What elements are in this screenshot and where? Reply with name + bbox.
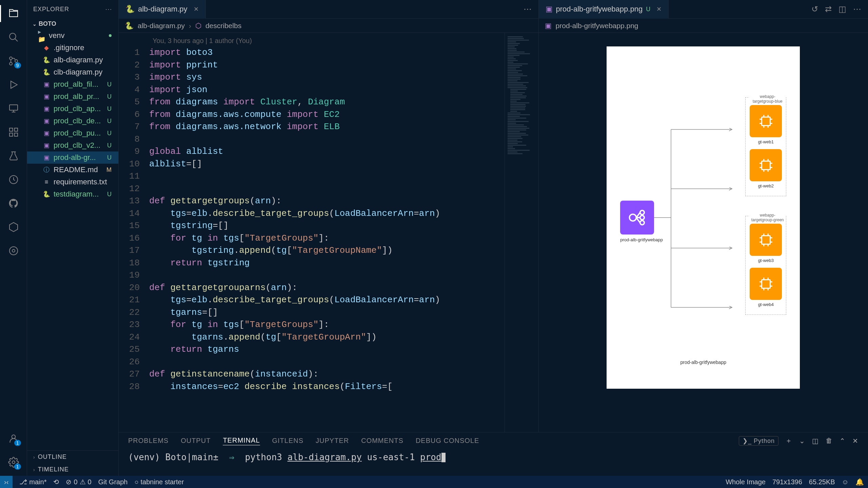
code-line[interactable]: 6from diagrams.aws.compute import EC2 [119,108,505,121]
code-line[interactable]: 15 tgstring=[] [119,220,505,232]
file-item[interactable]: 🐍 alb-diagram.py [27,54,118,66]
file-item[interactable]: ▣ prod_clb_ap... U [27,103,118,115]
extensions-icon[interactable] [7,125,20,139]
dropdown-icon[interactable]: ⌄ [799,437,805,445]
code-line[interactable]: 8 [119,133,505,146]
file-item[interactable]: ▣ prod_alb_fil... U [27,78,118,90]
outline-section[interactable]: › OUTLINE [27,451,118,463]
bell-icon[interactable]: 🔔 [855,478,864,486]
breadcrumb[interactable]: 🐍 alb-diagram.py › ⬡ describelbs [119,19,538,33]
file-item[interactable]: ▸ 📁 venv [27,29,118,42]
sync-icon[interactable] [7,173,20,186]
file-item[interactable]: 🐍 clb-diagram.py [27,66,118,78]
code-line[interactable]: 9global alblist [119,145,505,158]
gear-circle-icon[interactable] [7,244,20,258]
code-line[interactable]: 1import boto3 [119,46,505,59]
problems-indicator[interactable]: ⊘0 ⚠0 [66,478,91,486]
terminal-file: alb-diagram.py [288,452,362,462]
code-line[interactable]: 24 tgarns.append(tg["TargetGroupArn"]) [119,331,505,344]
account-icon[interactable]: 1 [7,432,20,445]
code-line[interactable]: 22 tgarns=[] [119,306,505,319]
file-item[interactable]: ▣ prod_clb_de... U [27,115,118,127]
github-icon[interactable] [7,197,20,210]
file-item[interactable]: 🐍 testdiagram... U [27,188,118,200]
code-line[interactable]: 21 tgs=elb.describe_target_groups(LoadBa… [119,294,505,306]
tab-alb-diagram[interactable]: 🐍 alb-diagram.py ✕ [119,0,206,19]
gitgraph-indicator[interactable]: Git Graph [98,478,128,486]
more-icon[interactable]: ⋯ [853,4,861,14]
testing-icon[interactable] [7,149,20,163]
code-line[interactable]: 10alblist=[] [119,158,505,170]
file-item[interactable]: ▣ prod_clb_v2... U [27,139,118,151]
hexagon-icon[interactable] [7,220,20,234]
code-area[interactable]: You, 3 hours ago | 1 author (You) 1impor… [119,33,538,432]
code-line[interactable]: 12 [119,183,505,195]
terminal-label[interactable]: ❯_ Python [739,436,778,446]
file-item[interactable]: ▣ prod_clb_pu... U [27,127,118,139]
close-icon[interactable]: ✕ [656,5,662,13]
sync-indicator[interactable]: ⟲ [53,478,59,486]
file-item[interactable]: ◆ .gitignore [27,42,118,54]
breadcrumb-image[interactable]: ▣ prod-alb-gritfywebapp.png [539,19,868,33]
close-icon[interactable]: ✕ [194,5,199,13]
branch-indicator[interactable]: ⎇ main* [19,478,46,486]
scm-icon[interactable]: 9 [7,54,20,68]
tab-comments[interactable]: COMMENTS [361,437,403,445]
code-line[interactable]: 11 [119,170,505,183]
file-item[interactable]: ▣ prod-alb-gr... U [27,151,118,164]
tab-output[interactable]: OUTPUT [181,437,211,445]
tabnine-indicator[interactable]: ○ tabnine starter [134,478,184,486]
sidebar-more-icon[interactable]: ⋯ [105,5,112,13]
code-line[interactable]: 20def gettargetgrouparns(arn): [119,282,505,294]
code-line[interactable]: 3import sys [119,71,505,84]
minimap[interactable] [505,33,538,432]
folder-root[interactable]: ⌄ BOTO [27,18,118,29]
tab-debug-console[interactable]: DEBUG CONSOLE [416,437,479,445]
split-icon[interactable]: ◫ [839,4,846,14]
tab-gitlens[interactable]: GITLENS [272,437,304,445]
debug-icon[interactable] [7,78,20,92]
code-line[interactable]: 4import json [119,84,505,96]
history-icon[interactable]: ↺ [811,4,818,14]
whole-image[interactable]: Whole Image [726,478,766,486]
trash-icon[interactable]: 🗑 [826,437,833,445]
remote-icon[interactable] [7,102,20,115]
diff-icon[interactable]: ⇄ [825,4,832,14]
tab-problems[interactable]: PROBLEMS [128,437,169,445]
code-line[interactable]: 5from diagrams import Cluster, Diagram [119,96,505,108]
tab-preview[interactable]: ▣ prod-alb-gritfywebapp.png U ✕ [539,0,669,19]
search-icon[interactable] [7,30,20,44]
code-line[interactable]: 17 tgstring.append(tg["TargetGroupName"]… [119,244,505,257]
code-line[interactable]: 18 return tgstring [119,257,505,269]
close-panel-icon[interactable]: ✕ [852,437,859,445]
code-line[interactable]: 19 [119,269,505,282]
maximize-icon[interactable]: ⌃ [840,437,846,445]
code-line[interactable]: 28 instances=ec2 describe instances(Filt… [119,381,505,393]
code-line[interactable]: 14 tgs=elb.describe_target_groups(LoadBa… [119,207,505,220]
file-item[interactable]: ▣ prod_alb_pr... U [27,90,118,103]
svg-point-16 [9,247,18,255]
code-line[interactable]: 16 for tg in tgs["TargetGroups"]: [119,232,505,245]
explorer-icon[interactable] [7,7,20,20]
more-icon[interactable]: ⋯ [524,4,532,14]
code-line[interactable]: 13def gettargetgroups(arn): [119,195,505,207]
code-line[interactable]: 27def getinstancename(instanceid): [119,368,505,381]
tab-terminal[interactable]: TERMINAL [223,436,260,445]
new-terminal-icon[interactable]: ＋ [785,436,792,445]
file-item[interactable]: ⓘ README.md M [27,164,118,176]
split-terminal-icon[interactable]: ◫ [812,437,819,445]
code-line[interactable]: 25 return tgarns [119,343,505,356]
image-preview[interactable]: prod-alb-gritfywebapp webapp-targetgroup… [539,33,868,432]
timeline-section[interactable]: › TIMELINE [27,463,118,476]
tab-jupyter[interactable]: JUPYTER [316,437,349,445]
remote-indicator[interactable]: ›‹ [0,476,13,488]
file-item[interactable]: ≡ requirements.txt [27,176,118,188]
code-line[interactable]: 2import pprint [119,59,505,72]
terminal[interactable]: (venv) Boto|main± ⇒ python3 alb-diagram.… [119,449,868,476]
code-line[interactable]: 23 for tg in tgs["TargetGroups"]: [119,319,505,331]
settings-icon[interactable]: 1 [7,455,20,469]
code-line[interactable]: 26 [119,356,505,368]
code-line[interactable]: 7from diagrams.aws.network import ELB [119,121,505,133]
img-icon: ▣ [43,129,50,137]
feedback-icon[interactable]: ☺ [842,478,849,486]
